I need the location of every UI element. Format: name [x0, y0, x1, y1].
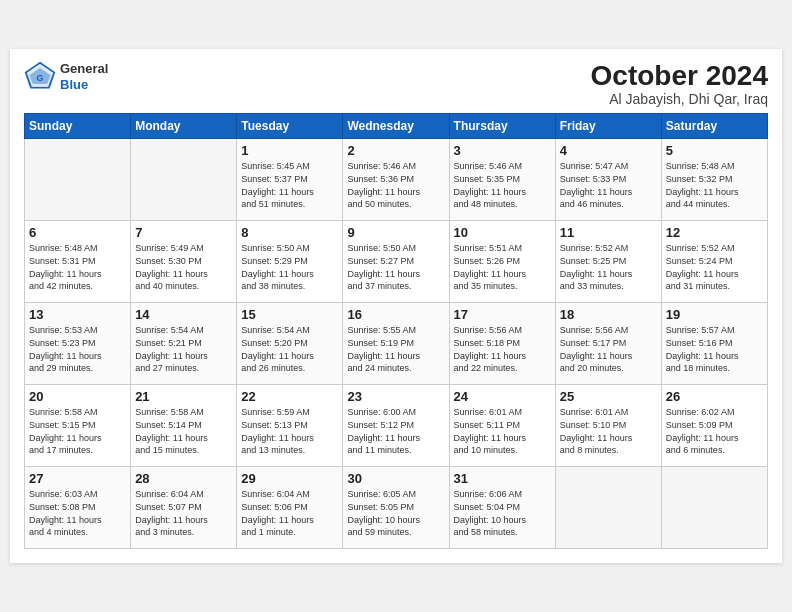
day-number: 17 — [454, 307, 551, 322]
calendar-cell: 13Sunrise: 5:53 AM Sunset: 5:23 PM Dayli… — [25, 303, 131, 385]
calendar-cell: 16Sunrise: 5:55 AM Sunset: 5:19 PM Dayli… — [343, 303, 449, 385]
calendar-week-4: 20Sunrise: 5:58 AM Sunset: 5:15 PM Dayli… — [25, 385, 768, 467]
day-number: 2 — [347, 143, 444, 158]
day-number: 3 — [454, 143, 551, 158]
calendar-cell: 29Sunrise: 6:04 AM Sunset: 5:06 PM Dayli… — [237, 467, 343, 549]
calendar-cell: 7Sunrise: 5:49 AM Sunset: 5:30 PM Daylig… — [131, 221, 237, 303]
day-number: 12 — [666, 225, 763, 240]
calendar-cell: 31Sunrise: 6:06 AM Sunset: 5:04 PM Dayli… — [449, 467, 555, 549]
calendar-cell: 11Sunrise: 5:52 AM Sunset: 5:25 PM Dayli… — [555, 221, 661, 303]
col-friday: Friday — [555, 114, 661, 139]
day-info: Sunrise: 5:52 AM Sunset: 5:24 PM Dayligh… — [666, 242, 763, 292]
calendar-cell: 30Sunrise: 6:05 AM Sunset: 5:05 PM Dayli… — [343, 467, 449, 549]
calendar-cell: 27Sunrise: 6:03 AM Sunset: 5:08 PM Dayli… — [25, 467, 131, 549]
calendar-cell — [555, 467, 661, 549]
calendar-cell: 4Sunrise: 5:47 AM Sunset: 5:33 PM Daylig… — [555, 139, 661, 221]
calendar-cell: 19Sunrise: 5:57 AM Sunset: 5:16 PM Dayli… — [661, 303, 767, 385]
day-number: 27 — [29, 471, 126, 486]
day-number: 7 — [135, 225, 232, 240]
calendar-cell: 24Sunrise: 6:01 AM Sunset: 5:11 PM Dayli… — [449, 385, 555, 467]
calendar-body: 1Sunrise: 5:45 AM Sunset: 5:37 PM Daylig… — [25, 139, 768, 549]
day-number: 11 — [560, 225, 657, 240]
calendar-cell: 25Sunrise: 6:01 AM Sunset: 5:10 PM Dayli… — [555, 385, 661, 467]
day-info: Sunrise: 5:48 AM Sunset: 5:32 PM Dayligh… — [666, 160, 763, 210]
day-info: Sunrise: 5:48 AM Sunset: 5:31 PM Dayligh… — [29, 242, 126, 292]
calendar-cell: 5Sunrise: 5:48 AM Sunset: 5:32 PM Daylig… — [661, 139, 767, 221]
calendar-cell: 18Sunrise: 5:56 AM Sunset: 5:17 PM Dayli… — [555, 303, 661, 385]
day-info: Sunrise: 5:51 AM Sunset: 5:26 PM Dayligh… — [454, 242, 551, 292]
calendar-cell: 15Sunrise: 5:54 AM Sunset: 5:20 PM Dayli… — [237, 303, 343, 385]
day-number: 4 — [560, 143, 657, 158]
day-number: 22 — [241, 389, 338, 404]
calendar-cell: 12Sunrise: 5:52 AM Sunset: 5:24 PM Dayli… — [661, 221, 767, 303]
day-info: Sunrise: 5:50 AM Sunset: 5:27 PM Dayligh… — [347, 242, 444, 292]
calendar-subtitle: Al Jabayish, Dhi Qar, Iraq — [591, 91, 768, 107]
day-number: 29 — [241, 471, 338, 486]
day-info: Sunrise: 5:54 AM Sunset: 5:20 PM Dayligh… — [241, 324, 338, 374]
logo: G General Blue — [24, 61, 108, 93]
calendar-cell: 26Sunrise: 6:02 AM Sunset: 5:09 PM Dayli… — [661, 385, 767, 467]
day-number: 19 — [666, 307, 763, 322]
day-info: Sunrise: 6:06 AM Sunset: 5:04 PM Dayligh… — [454, 488, 551, 538]
calendar-header: Sunday Monday Tuesday Wednesday Thursday… — [25, 114, 768, 139]
day-number: 15 — [241, 307, 338, 322]
calendar-cell: 22Sunrise: 5:59 AM Sunset: 5:13 PM Dayli… — [237, 385, 343, 467]
logo-text: General Blue — [60, 61, 108, 92]
calendar-cell: 8Sunrise: 5:50 AM Sunset: 5:29 PM Daylig… — [237, 221, 343, 303]
day-info: Sunrise: 5:46 AM Sunset: 5:35 PM Dayligh… — [454, 160, 551, 210]
day-info: Sunrise: 6:02 AM Sunset: 5:09 PM Dayligh… — [666, 406, 763, 456]
calendar-cell — [131, 139, 237, 221]
svg-text:G: G — [37, 72, 44, 82]
day-info: Sunrise: 5:55 AM Sunset: 5:19 PM Dayligh… — [347, 324, 444, 374]
day-number: 28 — [135, 471, 232, 486]
day-info: Sunrise: 5:58 AM Sunset: 5:14 PM Dayligh… — [135, 406, 232, 456]
col-sunday: Sunday — [25, 114, 131, 139]
header-row: Sunday Monday Tuesday Wednesday Thursday… — [25, 114, 768, 139]
day-info: Sunrise: 6:01 AM Sunset: 5:10 PM Dayligh… — [560, 406, 657, 456]
day-info: Sunrise: 5:49 AM Sunset: 5:30 PM Dayligh… — [135, 242, 232, 292]
calendar-cell — [25, 139, 131, 221]
calendar-container: G General Blue October 2024 Al Jabayish,… — [10, 49, 782, 564]
calendar-cell: 20Sunrise: 5:58 AM Sunset: 5:15 PM Dayli… — [25, 385, 131, 467]
day-number: 5 — [666, 143, 763, 158]
day-number: 21 — [135, 389, 232, 404]
header: G General Blue October 2024 Al Jabayish,… — [24, 61, 768, 108]
title-block: October 2024 Al Jabayish, Dhi Qar, Iraq — [591, 61, 768, 108]
day-number: 20 — [29, 389, 126, 404]
col-wednesday: Wednesday — [343, 114, 449, 139]
day-number: 31 — [454, 471, 551, 486]
day-info: Sunrise: 5:50 AM Sunset: 5:29 PM Dayligh… — [241, 242, 338, 292]
calendar-cell: 1Sunrise: 5:45 AM Sunset: 5:37 PM Daylig… — [237, 139, 343, 221]
day-info: Sunrise: 6:03 AM Sunset: 5:08 PM Dayligh… — [29, 488, 126, 538]
day-number: 30 — [347, 471, 444, 486]
day-number: 23 — [347, 389, 444, 404]
calendar-week-2: 6Sunrise: 5:48 AM Sunset: 5:31 PM Daylig… — [25, 221, 768, 303]
day-info: Sunrise: 5:54 AM Sunset: 5:21 PM Dayligh… — [135, 324, 232, 374]
day-number: 8 — [241, 225, 338, 240]
calendar-cell: 23Sunrise: 6:00 AM Sunset: 5:12 PM Dayli… — [343, 385, 449, 467]
calendar-title: October 2024 — [591, 61, 768, 92]
day-info: Sunrise: 5:56 AM Sunset: 5:17 PM Dayligh… — [560, 324, 657, 374]
day-info: Sunrise: 6:01 AM Sunset: 5:11 PM Dayligh… — [454, 406, 551, 456]
calendar-cell: 17Sunrise: 5:56 AM Sunset: 5:18 PM Dayli… — [449, 303, 555, 385]
day-number: 13 — [29, 307, 126, 322]
calendar-table: Sunday Monday Tuesday Wednesday Thursday… — [24, 113, 768, 549]
day-info: Sunrise: 5:52 AM Sunset: 5:25 PM Dayligh… — [560, 242, 657, 292]
day-number: 10 — [454, 225, 551, 240]
calendar-week-1: 1Sunrise: 5:45 AM Sunset: 5:37 PM Daylig… — [25, 139, 768, 221]
calendar-cell: 28Sunrise: 6:04 AM Sunset: 5:07 PM Dayli… — [131, 467, 237, 549]
col-tuesday: Tuesday — [237, 114, 343, 139]
day-info: Sunrise: 5:56 AM Sunset: 5:18 PM Dayligh… — [454, 324, 551, 374]
col-thursday: Thursday — [449, 114, 555, 139]
col-monday: Monday — [131, 114, 237, 139]
calendar-week-5: 27Sunrise: 6:03 AM Sunset: 5:08 PM Dayli… — [25, 467, 768, 549]
calendar-cell: 14Sunrise: 5:54 AM Sunset: 5:21 PM Dayli… — [131, 303, 237, 385]
col-saturday: Saturday — [661, 114, 767, 139]
day-number: 14 — [135, 307, 232, 322]
day-info: Sunrise: 5:58 AM Sunset: 5:15 PM Dayligh… — [29, 406, 126, 456]
day-number: 26 — [666, 389, 763, 404]
day-info: Sunrise: 5:53 AM Sunset: 5:23 PM Dayligh… — [29, 324, 126, 374]
day-info: Sunrise: 6:05 AM Sunset: 5:05 PM Dayligh… — [347, 488, 444, 538]
calendar-cell: 9Sunrise: 5:50 AM Sunset: 5:27 PM Daylig… — [343, 221, 449, 303]
day-number: 6 — [29, 225, 126, 240]
